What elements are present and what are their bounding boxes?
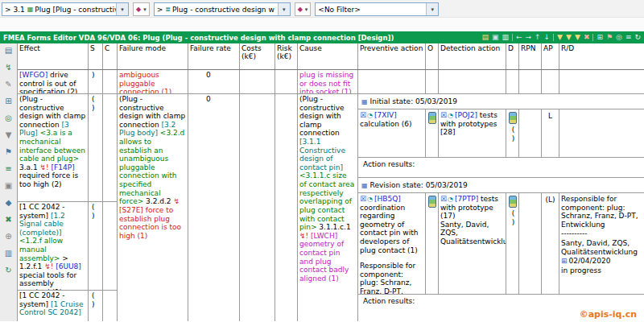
- function-variant-button[interactable]: ◆ ▾: [295, 2, 312, 16]
- filter-add-icon[interactable]: ▼: [566, 34, 572, 41]
- dropdown-arrow-icon[interactable]: ▾: [278, 3, 290, 15]
- filter-icon[interactable]: ▼: [6, 131, 12, 139]
- rpn-cell[interactable]: [519, 70, 542, 93]
- flag-icon[interactable]: ⚑: [5, 148, 12, 156]
- action-results-bar[interactable]: Action results:: [358, 158, 644, 178]
- element-combobox[interactable]: > 3.1 ▦ Plug [Plug - constructive ▾: [2, 2, 129, 16]
- form-icon[interactable]: ▤: [5, 47, 12, 55]
- severity-cell[interactable]: ( ): [89, 202, 102, 291]
- risk-cell[interactable]: [275, 94, 297, 321]
- column-header-failure-mode: Failure mode: [118, 43, 188, 69]
- preview-icon[interactable]: ◎: [616, 34, 622, 41]
- diamond-icon[interactable]: ◆: [6, 199, 12, 207]
- action-row: ☒◔[7XIV] calculation (6) ☒◔[POJ2] tests …: [358, 109, 644, 158]
- occurrence-cell[interactable]: [426, 193, 439, 294]
- rd-cell[interactable]: Responsible for component: plug: Schranz…: [559, 193, 644, 294]
- detection-cell[interactable]: [506, 70, 519, 93]
- ap-cell[interactable]: (L): [542, 193, 559, 294]
- detection-cell[interactable]: ( ): [506, 193, 519, 294]
- save-icon[interactable]: ▣: [492, 34, 499, 41]
- up-icon[interactable]: ↑: [535, 34, 541, 41]
- filter-combobox[interactable]: <No Filter> ▾: [315, 2, 439, 16]
- target-icon[interactable]: ◎: [5, 114, 12, 122]
- classification-cell[interactable]: [103, 202, 117, 291]
- occurrence-cell[interactable]: [426, 109, 439, 157]
- refresh-icon[interactable]: ↻: [5, 266, 11, 275]
- edit-icon[interactable]: ✎: [5, 80, 11, 89]
- checkbox-icon[interactable]: ☒: [360, 195, 366, 203]
- detection-action-cell[interactable]: [439, 70, 506, 93]
- forward-icon[interactable]: →: [525, 34, 531, 41]
- rd-cell[interactable]: [559, 70, 644, 93]
- preventive-action-cell[interactable]: [358, 70, 426, 93]
- column-header-classification: C: [103, 43, 118, 69]
- state-icon: ▦: [361, 182, 368, 189]
- table-icon[interactable]: ⊞: [5, 97, 11, 105]
- ap-cell[interactable]: L: [542, 109, 559, 157]
- severity-cell[interactable]: ( ): [89, 94, 102, 202]
- delete-icon[interactable]: ✖: [5, 216, 11, 224]
- function-combobox[interactable]: > ≣ Plug - constructive design w ▾: [154, 2, 291, 16]
- risk-cell[interactable]: [275, 70, 297, 94]
- detection-action-cell[interactable]: ☒◔[7PTP] tests with prototype (17) Santy…: [439, 193, 506, 294]
- action-row: ☒◔[HB5Q] coordination regarding geometry…: [358, 193, 644, 295]
- list-icon[interactable]: ≡: [5, 165, 11, 173]
- open-folder-icon[interactable]: ▤: [481, 34, 489, 41]
- effect-cell[interactable]: [1 CC 2042 - system] [1 Cruise Control S…: [18, 291, 88, 321]
- back-icon[interactable]: ←: [516, 34, 522, 41]
- id-ref: [7PTP]: [455, 195, 478, 203]
- costs-cell[interactable]: [240, 94, 275, 321]
- ap-cell[interactable]: [542, 70, 559, 93]
- filter-edit-icon[interactable]: ▼: [575, 34, 580, 41]
- severity-cell[interactable]: ( ): [89, 291, 102, 321]
- element-variant-button[interactable]: ◆ ▾: [133, 2, 150, 16]
- classification-cell[interactable]: [103, 70, 117, 94]
- severity-column: ) ( ) ( ) ( ): [89, 70, 103, 321]
- flag-icon[interactable]: ⚑: [606, 34, 613, 41]
- print-icon[interactable]: ▥: [502, 34, 509, 41]
- failure-rate-cell[interactable]: 0: [188, 70, 239, 94]
- filter-icon[interactable]: ▼: [557, 34, 563, 41]
- cause-cell[interactable]: plug is missing or does not fit into soc…: [298, 70, 357, 94]
- id-ref: [WFGO]: [19, 71, 47, 79]
- grid-icon[interactable]: ⊞: [597, 34, 603, 41]
- add-icon[interactable]: ⊕: [5, 233, 11, 241]
- effect-cell[interactable]: (Plug - constructive design with clamp c…: [18, 94, 88, 202]
- hierarchy-prefix: > 3.1: [2, 6, 27, 14]
- list-icon[interactable]: ≡: [625, 34, 632, 41]
- variant-icon: ◆: [298, 6, 303, 13]
- lightning-icon[interactable]: ↯: [5, 64, 11, 72]
- occurrence-cell[interactable]: [426, 70, 439, 93]
- preventive-action-cell[interactable]: ☒◔[7XIV] calculation (6): [358, 109, 426, 157]
- effect-cell[interactable]: [WFGO] drive control is out of specifica…: [18, 70, 88, 94]
- effect-cell[interactable]: [1 CC 2042 - system] [1.2 Signal cable (…: [18, 202, 88, 291]
- cause-cell[interactable]: (Plug - constructive design with clamp c…: [298, 94, 357, 321]
- preventive-action-cell[interactable]: ☒◔[HB5Q] coordination regarding geometry…: [358, 193, 426, 294]
- detection-cell[interactable]: ( ): [506, 109, 519, 157]
- failure-mode-cell[interactable]: ambiguous pluggable connection (1): [118, 70, 188, 94]
- checkbox-icon[interactable]: ☒: [440, 195, 447, 203]
- table-body: [WFGO] drive control is out of specifica…: [18, 70, 644, 321]
- cell-icon[interactable]: ▣: [5, 182, 12, 190]
- function-text: <3.1.1.c size of contact area respective…: [299, 171, 354, 231]
- refresh-icon[interactable]: ↻: [634, 34, 641, 41]
- down-icon[interactable]: ↓: [544, 34, 551, 41]
- detection-action-cell[interactable]: ☒◔[POJ2] tests with prototypes [28]: [439, 109, 506, 157]
- column-header-detection: D: [506, 43, 519, 69]
- rd-cell[interactable]: [559, 109, 644, 157]
- rpn-cell[interactable]: [519, 109, 542, 157]
- function-text: <1.2.f allow manual assembly>: [19, 237, 63, 262]
- failure-mode-cell[interactable]: (Plug - constructive design with clamp c…: [118, 94, 188, 321]
- checkbox-icon[interactable]: ☒: [440, 111, 447, 119]
- failure-rate-cell[interactable]: 0: [188, 94, 239, 321]
- dropdown-arrow-icon[interactable]: ▾: [426, 3, 438, 15]
- costs-cell[interactable]: [240, 70, 275, 94]
- rpn-cell[interactable]: [519, 193, 542, 294]
- dropdown-arrow-icon[interactable]: ▾: [116, 3, 128, 15]
- severity-cell[interactable]: ): [89, 70, 102, 94]
- checkbox-icon[interactable]: ☒: [360, 111, 366, 119]
- clear-filter-icon[interactable]: ✖: [584, 34, 590, 41]
- print-icon[interactable]: ▥: [5, 250, 12, 258]
- classification-cell[interactable]: [103, 291, 117, 321]
- classification-cell[interactable]: [103, 94, 117, 202]
